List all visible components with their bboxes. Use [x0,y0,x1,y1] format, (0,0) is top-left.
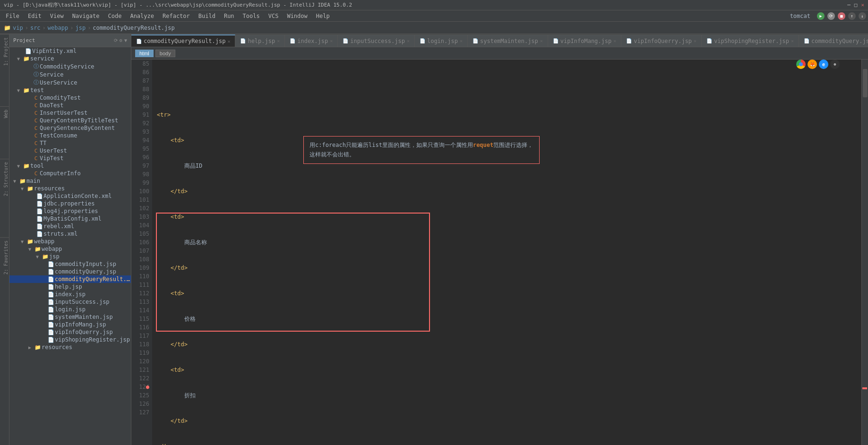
tree-item-help[interactable]: 📄 help.jsp [9,283,131,291]
tree-item-log4jprop[interactable]: 📄 log4j.properties [9,207,131,215]
tab-vipinfomang[interactable]: 📄 vipInfoMang.jsp ✕ [548,34,621,47]
tab-systemmainten[interactable]: 📄 systemMainten.jsp ✕ [468,34,548,47]
close-tab-vipinfoquerry[interactable]: ✕ [694,38,696,43]
tree-item-viptest[interactable]: C VipTest [9,154,131,162]
tree-item-resources-bottom[interactable]: ▶ 📁 resources [9,343,131,351]
close-tab-systemmainten[interactable]: ✕ [540,38,543,43]
scroll-thumb[interactable] [863,69,868,97]
breadcrumb-webapp[interactable]: webapp [48,25,68,31]
firefox-icon[interactable]: 🦊 [808,60,817,69]
tree-item-usertest[interactable]: C UserTest [9,147,131,154]
tab-vipshoping[interactable]: 📄 vipShopingRegister.jsp ✕ [702,34,799,47]
close-tab-inputsuccess[interactable]: ✕ [407,38,410,43]
tree-item-jsp-folder[interactable]: ▼ 📁 jsp [9,253,131,260]
tree-item-querysentence[interactable]: C QuerySentenceByContent [9,124,131,132]
side-tab-favorites[interactable]: 2: Favorites [0,237,9,277]
minimize-btn[interactable]: ─ [847,2,851,8]
tree-item-commodityservice[interactable]: Ⓘ CommodityService [9,62,131,70]
breadcrumb-src[interactable]: src [30,25,41,31]
tree-item-vipentity[interactable]: 📄 VipEntity.xml [9,47,131,55]
menu-refactor[interactable]: Refactor [159,12,194,20]
menu-window[interactable]: Window [283,12,311,20]
tree-item-main-folder[interactable]: ▼ 📁 main [9,177,131,185]
run-btn[interactable]: ▶ [817,12,825,20]
close-tab-help[interactable]: ✕ [277,38,280,43]
maximize-btn[interactable]: □ [854,2,858,8]
tree-item-commodityinput[interactable]: 📄 commodityInput.jsp [9,260,131,268]
side-tab-project[interactable]: 1: Project [0,34,9,68]
close-btn[interactable]: ✕ [861,2,864,8]
tree-item-vipinfoquerry[interactable]: 📄 vipInfoQuerry.jsp [9,328,131,336]
menu-vcs[interactable]: VCS [265,12,283,20]
menu-code[interactable]: Code [104,12,126,20]
menu-run[interactable]: Run [220,12,238,20]
menu-analyze[interactable]: Analyze [126,12,158,20]
sidebar-icon-gear[interactable]: ⚙ [120,38,122,43]
tab-commodityqueryresult[interactable]: 📄 commodityQueryResult.jsp ✕ [131,34,235,47]
tree-item-testconsume[interactable]: C TestConsume [9,132,131,139]
debug-btn[interactable]: ⟳ [827,12,835,20]
menu-edit[interactable]: Edit [24,12,45,20]
tree-item-struts[interactable]: 📄 struts.xml [9,230,131,238]
tree-item-jdbcprop[interactable]: 📄 jdbc.properties [9,200,131,207]
tree-item-index[interactable]: 📄 index.jsp [9,291,131,298]
close-tab-commodityqueryresult[interactable]: ✕ [227,39,230,44]
tree-item-commodityqueryresult[interactable]: 📄 commodityQueryResult.jsp [9,275,131,283]
tree-item-mybatisconfig[interactable]: 📄 MyBatisConfig.xml [9,215,131,222]
menu-help[interactable]: Help [312,12,334,20]
menu-tools[interactable]: Tools [239,12,264,20]
tree-item-resources-folder[interactable]: ▼ 📁 resources [9,185,131,192]
close-tab-vipshoping[interactable]: ✕ [791,38,794,43]
tab-commodityquery[interactable]: 📄 commodityQuery.jsp ✕ [799,34,868,47]
stop-btn[interactable]: ■ [838,12,845,20]
body-tag-button[interactable]: body [155,50,175,57]
menu-navigate[interactable]: Navigate [69,12,103,20]
tree-item-service-folder[interactable]: ▼ 📁 service [9,55,131,62]
tree-item-insertusertest[interactable]: C InsertUserTest [9,109,131,117]
tree-item-test-folder[interactable]: ▼ 📁 test [9,86,131,94]
tree-item-tool-folder[interactable]: ▼ 📁 tool [9,162,131,170]
side-tab-web[interactable]: Web [0,106,9,121]
breadcrumb-file[interactable]: commodityQueryResult.jsp [93,25,174,31]
tree-item-computerinfo[interactable]: C ComputerInfo [9,170,131,177]
menu-build[interactable]: Build [195,12,219,20]
side-tab-structure[interactable]: 2: Structure [0,159,9,199]
tree-item-inputsuccess[interactable]: 📄 inputSuccess.jsp [9,298,131,306]
safari-icon[interactable]: ⊕ [830,60,840,69]
tree-item-login[interactable]: 📄 login.jsp [9,306,131,313]
tree-item-vipshopingregister[interactable]: 📄 vipShopingRegister.jsp [9,336,131,343]
tab-index[interactable]: 📄 index.jsp ✕ [285,34,338,47]
extra-btn1[interactable]: ↓ [859,12,866,20]
close-tab-index[interactable]: ✕ [330,38,333,43]
tab-vipinfoquerry[interactable]: 📄 vipInfoQuerry.jsp ✕ [621,34,702,47]
breadcrumb-vip[interactable]: vip [13,25,23,31]
chrome-icon[interactable] [796,60,806,69]
menu-view[interactable]: View [46,12,68,20]
close-tab-vipinfomang[interactable]: ✕ [613,38,616,43]
tree-item-commodityquery[interactable]: 📄 commodityQuery.jsp [9,268,131,275]
ie-icon[interactable]: e [819,60,828,69]
html-tag-button[interactable]: html [135,50,154,57]
breadcrumb-jsp[interactable]: jsp [75,25,86,31]
update-btn[interactable]: ↑ [848,12,856,20]
tree-item-appcontext[interactable]: 📄 ApplicationConte.xml [9,192,131,200]
tree-item-webapp-folder2[interactable]: ▼ 📁 webapp [9,245,131,253]
tab-inputsuccess[interactable]: 📄 inputSuccess.jsp ✕ [338,34,415,47]
tree-item-webapp-folder1[interactable]: ▼ 📁 webapp [9,238,131,245]
tree-item-rebel[interactable]: 📄 rebel.xml [9,222,131,230]
editor-content[interactable]: 85 86 87 88 89 90 91 92 93 94 95 96 97 9… [131,60,868,445]
tree-item-vipinfomang[interactable]: 📄 vipInfoMang.jsp [9,321,131,328]
menu-file[interactable]: File [2,12,23,20]
tree-item-daotest[interactable]: C DaoTest [9,102,131,109]
tree-item-comoditytest[interactable]: C ComodityTest [9,94,131,102]
tab-login[interactable]: 📄 login.jsp ✕ [415,34,468,47]
sidebar-icon-sync[interactable]: ⟳ [114,38,118,43]
tree-item-querycontent[interactable]: C QueryContentByTitleTest [9,117,131,124]
close-tab-login[interactable]: ✕ [460,38,463,43]
tree-item-systemmainten[interactable]: 📄 systemMainten.jsp [9,313,131,321]
code-lines[interactable]: <tr> <td> 商品ID </td> <td> 商品名称 </td> <td… [152,60,861,445]
tree-item-userservice[interactable]: Ⓘ UserService [9,78,131,86]
tree-item-tt[interactable]: C TT [9,139,131,147]
tree-item-service[interactable]: Ⓘ Service [9,70,131,78]
sidebar-icon-collapse[interactable]: ▼ [124,38,127,43]
